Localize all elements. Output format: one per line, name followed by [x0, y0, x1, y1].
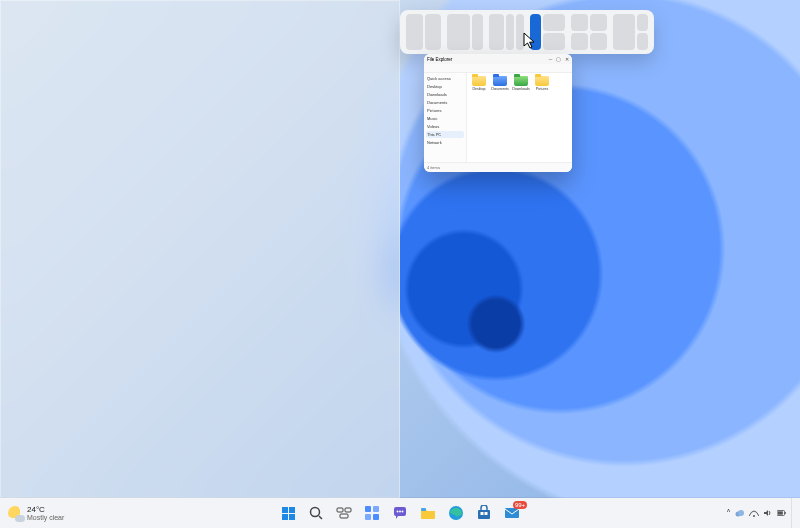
search-button[interactable] [304, 501, 328, 525]
snap-cell[interactable] [637, 33, 648, 50]
svg-rect-17 [485, 512, 488, 515]
command-bar[interactable] [424, 64, 572, 73]
snap-target-left-half[interactable] [0, 0, 400, 498]
nav-item[interactable]: Quick access [426, 75, 464, 82]
start-button[interactable] [276, 501, 300, 525]
svg-rect-2 [337, 508, 343, 512]
svg-rect-8 [373, 514, 379, 520]
titlebar[interactable]: File Explorer ─ ▢ ✕ [424, 54, 572, 64]
svg-rect-7 [365, 514, 371, 520]
system-tray[interactable]: ˄ [726, 498, 796, 528]
snap-cell[interactable] [516, 14, 524, 50]
nav-item[interactable]: Documents [426, 99, 464, 106]
volume-tray-icon[interactable] [763, 508, 773, 518]
tray-overflow-chevron-icon[interactable]: ˄ [726, 508, 731, 519]
start-icon [282, 507, 295, 520]
svg-rect-24 [778, 511, 783, 514]
network-tray-icon[interactable] [749, 508, 759, 518]
snap-layout-thirds[interactable] [613, 14, 648, 50]
folder-item[interactable]: Pictures [533, 76, 551, 91]
svg-rect-18 [505, 508, 519, 518]
folder-label: Downloads [512, 87, 529, 91]
window-title: File Explorer [427, 57, 452, 62]
svg-rect-15 [478, 510, 490, 519]
snap-layout-half-split-right[interactable] [530, 14, 565, 50]
weather-icon [8, 506, 22, 520]
folder-item[interactable]: Desktop [470, 76, 488, 91]
snap-cell[interactable] [506, 14, 514, 50]
maximize-button[interactable]: ▢ [556, 57, 561, 62]
folder-item[interactable]: Downloads [512, 76, 530, 91]
folder-icon [493, 76, 507, 86]
edge-button[interactable] [444, 501, 468, 525]
snap-cell[interactable] [590, 33, 607, 50]
file-explorer-button[interactable] [416, 501, 440, 525]
folder-icon [514, 76, 528, 86]
snap-cell[interactable] [637, 14, 648, 31]
edge-icon [448, 505, 464, 521]
snap-cell[interactable] [543, 14, 565, 31]
snap-cell[interactable] [543, 33, 565, 50]
taskbar-center: 99+ [276, 501, 524, 525]
battery-tray-icon[interactable] [777, 508, 787, 518]
snap-cell[interactable] [406, 14, 423, 50]
chat-button[interactable] [388, 501, 412, 525]
svg-point-20 [738, 510, 744, 516]
widgets-icon [364, 505, 380, 521]
store-button[interactable] [472, 501, 496, 525]
nav-item[interactable]: Videos [426, 123, 464, 130]
folder-label: Documents [491, 87, 509, 91]
svg-point-10 [397, 511, 399, 513]
snap-layouts-flyout [400, 10, 654, 54]
svg-rect-5 [365, 506, 371, 512]
svg-point-12 [402, 511, 404, 513]
snap-cell[interactable] [613, 14, 635, 50]
folder-item[interactable]: Documents [491, 76, 509, 91]
snap-cell[interactable] [489, 14, 505, 50]
svg-rect-4 [340, 514, 348, 518]
snap-cell[interactable] [472, 14, 483, 50]
folder-label: Pictures [536, 87, 549, 91]
svg-rect-23 [785, 512, 786, 514]
show-desktop-button[interactable] [791, 498, 796, 528]
snap-cell[interactable] [571, 33, 588, 50]
folder-label: Desktop [473, 87, 486, 91]
svg-rect-6 [373, 506, 379, 512]
nav-item[interactable]: Downloads [426, 91, 464, 98]
item-count: 4 items [427, 165, 440, 170]
svg-rect-16 [481, 512, 484, 515]
items-view[interactable]: DesktopDocumentsDownloadsPictures [467, 73, 572, 162]
task-view-icon [336, 505, 352, 521]
task-view-button[interactable] [332, 501, 356, 525]
nav-item[interactable]: Music [426, 115, 464, 122]
snap-layout-50-25-25[interactable] [489, 14, 524, 50]
nav-item[interactable]: Pictures [426, 107, 464, 114]
onedrive-tray-icon[interactable] [735, 508, 745, 518]
file-explorer-icon [420, 505, 436, 521]
svg-rect-13 [421, 508, 426, 511]
svg-point-0 [311, 508, 320, 517]
minimize-button[interactable]: ─ [548, 57, 553, 62]
taskbar: 24°C Mostly clear 99+ ˄ [0, 498, 800, 528]
snap-cell[interactable] [590, 14, 607, 31]
file-explorer-window[interactable]: File Explorer ─ ▢ ✕ Quick accessDesktopD… [424, 54, 572, 172]
snap-cell[interactable] [447, 14, 469, 50]
svg-point-21 [753, 515, 755, 517]
badge: 99+ [513, 501, 527, 509]
snap-layout-quadrant[interactable] [571, 14, 606, 50]
snap-cell-active[interactable] [530, 14, 541, 50]
widgets-button[interactable] [360, 501, 384, 525]
snap-cell[interactable] [425, 14, 442, 50]
nav-item[interactable]: This PC [426, 131, 464, 138]
chat-icon [392, 505, 408, 521]
snap-cell[interactable] [571, 14, 588, 31]
snap-layout-70-30[interactable] [447, 14, 482, 50]
snap-layout-50-50[interactable] [406, 14, 441, 50]
close-button[interactable]: ✕ [564, 57, 569, 62]
nav-item[interactable]: Desktop [426, 83, 464, 90]
mail-button[interactable]: 99+ [500, 501, 524, 525]
weather-temp: 24°C [27, 506, 64, 514]
weather-widget[interactable]: 24°C Mostly clear [8, 498, 64, 528]
navigation-pane[interactable]: Quick accessDesktopDownloadsDocumentsPic… [424, 73, 467, 162]
nav-item[interactable]: Network [426, 139, 464, 146]
